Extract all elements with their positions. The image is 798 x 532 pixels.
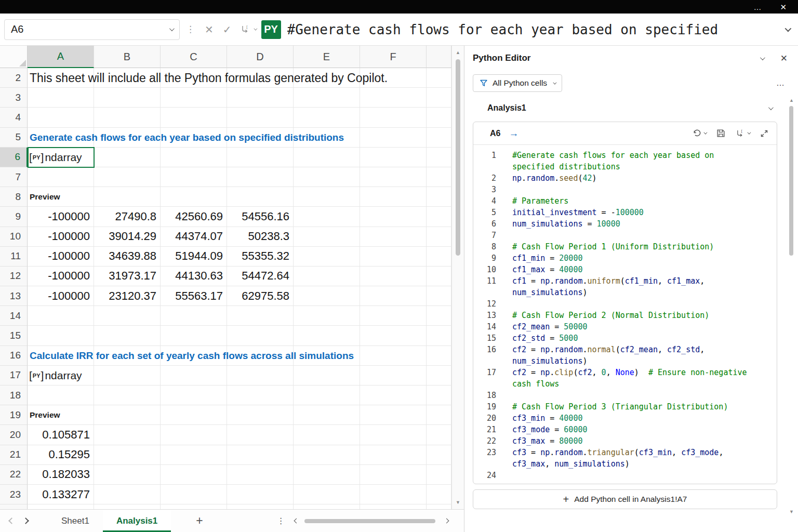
add-sheet-button[interactable]: +	[196, 514, 203, 528]
cell[interactable]	[28, 167, 94, 187]
cell[interactable]: 55355.32	[227, 247, 294, 267]
output-type-icon[interactable]: [ ]	[736, 129, 750, 138]
cell[interactable]	[360, 148, 427, 167]
cell[interactable]	[227, 366, 294, 385]
cell[interactable]	[94, 504, 161, 509]
cell[interactable]	[94, 306, 161, 326]
cell[interactable]	[427, 68, 451, 88]
cell[interactable]	[294, 346, 360, 366]
name-box[interactable]: A6	[4, 19, 180, 40]
cell[interactable]	[28, 366, 94, 385]
cell[interactable]	[227, 88, 294, 108]
cell[interactable]	[161, 385, 227, 405]
cell[interactable]: 34639.88	[94, 247, 161, 267]
column-header-b[interactable]: B	[94, 46, 161, 68]
row-header-4[interactable]: 4	[0, 108, 28, 127]
window-more-icon[interactable]: …	[753, 3, 761, 11]
cell[interactable]: 0.105871	[28, 425, 94, 445]
sheet-nav-left-icon[interactable]	[8, 517, 15, 524]
window-close-icon[interactable]: ✕	[780, 3, 787, 11]
cell[interactable]: -100000	[28, 227, 94, 247]
horizontal-scrollbar-thumb[interactable]	[304, 519, 435, 523]
cell[interactable]	[227, 148, 294, 167]
sheet-nav-right-icon[interactable]	[22, 517, 29, 524]
sheet-tab-sheet1[interactable]: Sheet1	[48, 510, 103, 532]
cell[interactable]: 62975.58	[227, 286, 294, 306]
cell[interactable]	[227, 128, 294, 148]
row-header-6[interactable]: 6	[0, 148, 28, 167]
goto-cell-icon[interactable]: →	[509, 128, 518, 139]
row-header-2[interactable]: 2	[0, 68, 28, 88]
cell[interactable]	[294, 148, 360, 167]
column-header-f[interactable]: F	[360, 46, 427, 68]
cell[interactable]	[28, 108, 94, 127]
sheet-menu-icon[interactable]: ⋮	[277, 516, 285, 526]
cell[interactable]	[294, 306, 360, 326]
cell[interactable]	[227, 326, 294, 345]
row-header-18[interactable]: 18	[0, 385, 28, 405]
cell[interactable]	[294, 267, 360, 286]
column-header-d[interactable]: D	[227, 46, 294, 68]
cell[interactable]	[360, 465, 427, 485]
cell[interactable]	[161, 465, 227, 485]
cell[interactable]	[227, 485, 294, 504]
row-header-10[interactable]: 10	[0, 227, 28, 247]
cell[interactable]	[161, 187, 227, 207]
cell[interactable]	[294, 504, 360, 509]
python-output-icon[interactable]: [ ]	[241, 25, 250, 34]
cell[interactable]	[360, 485, 427, 504]
cell[interactable]	[94, 187, 161, 207]
cell[interactable]	[427, 207, 451, 227]
cell[interactable]	[360, 68, 427, 88]
cell[interactable]	[94, 385, 161, 405]
cell[interactable]	[427, 405, 451, 425]
save-icon[interactable]	[716, 129, 725, 138]
python-output-dropdown-icon[interactable]	[254, 27, 257, 31]
cell[interactable]: 27490.8	[94, 207, 161, 227]
cell[interactable]	[161, 68, 227, 88]
cell[interactable]	[427, 425, 451, 445]
cell[interactable]	[427, 267, 451, 286]
cell[interactable]	[227, 385, 294, 405]
cell[interactable]	[360, 247, 427, 267]
row-header-11[interactable]: 11	[0, 247, 28, 267]
cell[interactable]	[427, 385, 451, 405]
row-header-12[interactable]: 12	[0, 267, 28, 286]
cell[interactable]	[161, 445, 227, 465]
preview-label[interactable]: Preview	[28, 187, 94, 207]
hscroll-track[interactable]	[303, 517, 440, 525]
cell[interactable]	[161, 504, 227, 509]
cell[interactable]	[94, 485, 161, 504]
cell[interactable]	[294, 88, 360, 108]
cancel-icon[interactable]: ✕	[205, 23, 214, 36]
cell[interactable]	[360, 227, 427, 247]
cell[interactable]	[427, 445, 451, 465]
cell[interactable]	[360, 385, 427, 405]
cell[interactable]	[294, 366, 360, 385]
row-header-22[interactable]: 22	[0, 465, 28, 485]
cell[interactable]	[360, 187, 427, 207]
cell[interactable]	[294, 405, 360, 425]
cell[interactable]	[427, 108, 451, 127]
expand-icon[interactable]	[760, 129, 768, 138]
cell[interactable]	[294, 108, 360, 127]
formula-input[interactable]: #Generate cash flows for each year based…	[287, 22, 785, 37]
cell[interactable]	[294, 207, 360, 227]
cell[interactable]	[161, 306, 227, 326]
cell[interactable]	[161, 326, 227, 345]
cell[interactable]	[360, 366, 427, 385]
scroll-up-icon[interactable]: ▲	[452, 50, 464, 55]
row-header-21[interactable]: 21	[0, 445, 28, 465]
column-header-partial[interactable]	[427, 46, 451, 68]
cell[interactable]	[94, 366, 161, 385]
formula-bar-expand-icon[interactable]	[785, 25, 792, 32]
cell[interactable]	[161, 425, 227, 445]
cell[interactable]	[227, 504, 294, 509]
cell[interactable]	[427, 286, 451, 306]
cell[interactable]: 44374.07	[161, 227, 227, 247]
cell[interactable]	[161, 366, 227, 385]
row-header-24[interactable]: 24	[0, 504, 28, 509]
cell[interactable]	[161, 167, 227, 187]
cell[interactable]	[227, 108, 294, 127]
row-header-15[interactable]: 15	[0, 326, 28, 345]
